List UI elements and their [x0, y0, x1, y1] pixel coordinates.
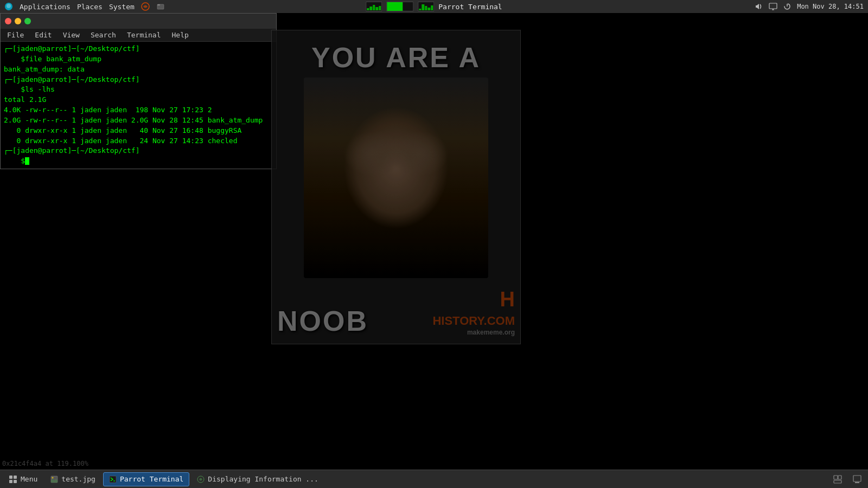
terminal-titlebar	[1, 14, 276, 29]
net-graph	[386, 2, 413, 11]
screen-icon[interactable]	[769, 2, 777, 11]
browser-icon[interactable]	[141, 2, 150, 11]
svg-point-1	[7, 4, 11, 8]
taskbar-menu-button[interactable]: Menu	[3, 473, 43, 485]
window-switcher-icon	[833, 475, 842, 484]
svg-rect-20	[838, 476, 841, 479]
taskbar-item-testjpg[interactable]: test.jpg	[45, 472, 101, 486]
svg-point-15	[52, 477, 54, 478]
bottom-left-info: 0x21c4f4a4 at 119.100%	[2, 460, 88, 467]
meme-face-image	[304, 78, 488, 278]
minimize-button[interactable]	[15, 18, 21, 24]
places-menu[interactable]: Places	[77, 3, 103, 11]
system-bar-right: Mon Nov 28, 14:51	[755, 2, 864, 11]
terminal-line: $ls -lhs	[4, 85, 273, 95]
taskbar-right	[830, 472, 865, 487]
show-desktop-button[interactable]	[850, 472, 865, 487]
view-menu[interactable]: View	[61, 30, 82, 40]
parrot-logo[interactable]	[4, 2, 13, 11]
meme-bottom-text: NOOB	[277, 305, 368, 337]
cpu-graph2	[418, 2, 434, 11]
datetime: Mon Nov 28, 14:51	[797, 3, 864, 10]
meme-overlay: YOU ARE A NOOB H HISTORY.COM makememe.or…	[271, 30, 521, 344]
close-button[interactable]	[5, 18, 11, 24]
svg-rect-5	[769, 3, 777, 9]
window-title: Parrot Terminal	[438, 3, 502, 11]
terminal-line: total 2.1G	[4, 95, 273, 105]
terminal-prompt-active[interactable]: $	[4, 156, 273, 166]
taskbar-terminal-label: Parrot Terminal	[120, 475, 183, 483]
help-menu[interactable]: Help	[170, 30, 191, 40]
meme-top-text: YOU ARE A	[311, 30, 481, 74]
svg-rect-13	[14, 480, 17, 483]
svg-rect-12	[9, 480, 12, 483]
meme-h-logo: H	[432, 286, 515, 313]
terminal-line: ┌─[jaden@parrot]─[~/Desktop/ctf]	[4, 44, 273, 54]
menu-grid-icon	[9, 475, 17, 484]
meme-url: makememe.org	[432, 329, 515, 337]
applications-menu[interactable]: Applications	[20, 3, 71, 11]
terminal-line: ┌─[jaden@parrot]─[~/Desktop/ctf]	[4, 75, 273, 85]
parrot-icon	[4, 2, 13, 11]
terminal-content[interactable]: ┌─[jaden@parrot]─[~/Desktop/ctf] $file b…	[1, 42, 276, 169]
taskbar-item-browser[interactable]: Displaying Information ...	[192, 472, 324, 486]
terminal-line: bank_atm_dump: data	[4, 65, 273, 75]
system-menu[interactable]: System	[109, 3, 135, 11]
meme-face	[304, 78, 488, 278]
terminal-window: File Edit View Search Terminal Help ┌─[j…	[0, 13, 277, 169]
search-menu[interactable]: Search	[88, 30, 118, 40]
system-bar: Applications Places System	[0, 0, 868, 13]
meme-logo-name: HISTORY.COM	[432, 314, 515, 328]
terminal-icon	[109, 476, 117, 483]
taskbar-item-terminal[interactable]: Parrot Terminal	[103, 472, 189, 486]
terminal-menubar: File Edit View Search Terminal Help	[1, 29, 276, 42]
terminal-line: 4.0K -rw-r--r-- 1 jaden jaden 198 Nov 27…	[4, 105, 273, 115]
system-bar-center: Parrot Terminal	[366, 2, 502, 11]
svg-rect-10	[9, 476, 12, 479]
terminal-line: 2.0G -rw-r--r-- 1 jaden jaden 2.0G Nov 2…	[4, 115, 273, 126]
taskbar-testjpg-label: test.jpg	[61, 475, 95, 483]
edit-menu[interactable]: Edit	[33, 30, 54, 40]
file-menu[interactable]: File	[5, 30, 26, 40]
filemanager-icon[interactable]	[156, 2, 165, 11]
browser-taskbar-icon	[197, 476, 205, 483]
taskbar-browser-label: Displaying Information ...	[208, 475, 318, 483]
system-bar-left: Applications Places System	[4, 2, 165, 11]
meme-logo: H HISTORY.COM makememe.org	[432, 286, 515, 337]
terminal-line: 0 drwxr-xr-x 1 jaden jaden 40 Nov 27 16:…	[4, 126, 273, 136]
terminal-line: ┌─[jaden@parrot]─[~/Desktop/ctf]	[4, 146, 273, 156]
svg-rect-19	[834, 476, 838, 479]
image-icon	[50, 476, 58, 483]
terminal-line: 0 drwxr-xr-x 1 jaden jaden 24 Nov 27 14:…	[4, 136, 273, 146]
svg-rect-22	[853, 476, 861, 481]
svg-rect-4	[157, 4, 160, 5]
power-icon[interactable]	[783, 2, 792, 11]
volume-icon[interactable]	[755, 2, 763, 11]
maximize-button[interactable]	[24, 18, 31, 24]
desktop-icon	[853, 475, 861, 484]
svg-rect-23	[855, 482, 859, 483]
meme-bottom-area: NOOB H HISTORY.COM makememe.org	[272, 282, 520, 344]
svg-rect-21	[834, 480, 841, 483]
taskbar: Menu test.jpg Parrot Terminal Displaying…	[0, 470, 868, 488]
window-switcher-button[interactable]	[830, 472, 845, 487]
terminal-line: $file bank_atm_dump	[4, 54, 273, 65]
menu-label: Menu	[21, 475, 37, 483]
terminal-menu[interactable]: Terminal	[125, 30, 163, 40]
svg-rect-11	[14, 476, 17, 479]
cpu-graph	[366, 2, 382, 11]
